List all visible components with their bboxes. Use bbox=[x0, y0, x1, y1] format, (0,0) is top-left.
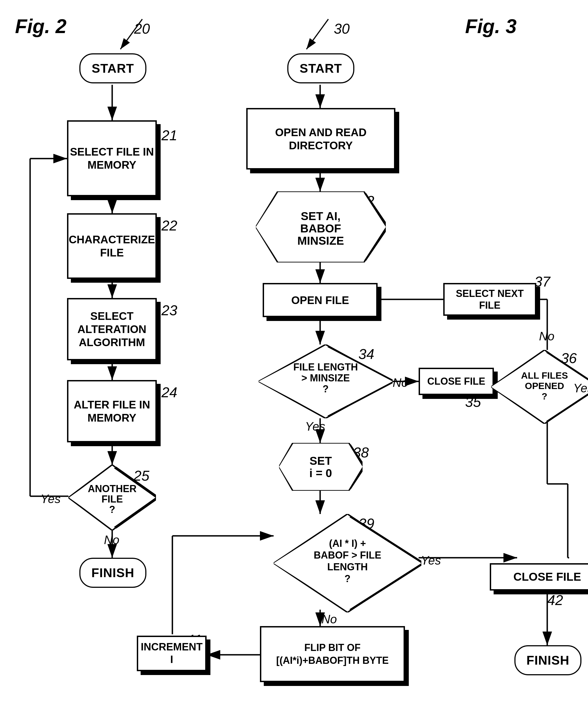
svg-text:(AI * I) +: (AI * I) + bbox=[329, 538, 366, 549]
svg-text:?: ? bbox=[323, 383, 329, 395]
svg-text:?: ? bbox=[109, 504, 115, 515]
svg-text:SET AI,: SET AI, bbox=[301, 210, 340, 223]
no-label-36: No bbox=[539, 330, 554, 343]
yes-label-34: Yes bbox=[305, 420, 325, 433]
characterize-shape: CHARACTERIZE FILE bbox=[67, 213, 157, 279]
svg-text:LENGTH: LENGTH bbox=[327, 561, 368, 573]
start1-shape: START bbox=[79, 53, 146, 83]
increment-i-shape: INCREMENT I bbox=[137, 636, 207, 671]
yes-label-25: Yes bbox=[41, 492, 60, 506]
svg-text:OPENED: OPENED bbox=[525, 380, 564, 391]
select-alg-shape: SELECT ALTERATION ALGORITHM bbox=[67, 298, 157, 360]
select-file-shape: SELECT FILE IN MEMORY bbox=[67, 120, 157, 196]
set-ai-shape: SET AI, BABOF MINSIZE bbox=[256, 191, 386, 262]
yes-label-36: Yes bbox=[573, 382, 588, 395]
svg-text:FILE LENGTH: FILE LENGTH bbox=[293, 361, 358, 373]
set-i-shape: SET i = 0 bbox=[279, 443, 363, 491]
svg-line-68 bbox=[120, 19, 142, 49]
close-file42-shape: CLOSE FILE bbox=[490, 563, 588, 591]
ai-babof-diamond: (AI * I) + BABOF > FILE LENGTH ? bbox=[274, 514, 421, 612]
ref22: 22 bbox=[161, 217, 177, 234]
svg-text:BABOF > FILE: BABOF > FILE bbox=[314, 549, 381, 561]
finish1-shape: FINISH bbox=[79, 558, 146, 588]
page-container: Fig. 2 Fig. 3 20 30 START 21 SELECT FILE… bbox=[0, 0, 588, 704]
svg-text:?: ? bbox=[542, 391, 547, 401]
fig3-label: Fig. 3 bbox=[465, 15, 517, 38]
ref37: 37 bbox=[534, 274, 550, 290]
flip-bit-shape: FLIP BIT OF [(AI*i)+BABOF]TH BYTE bbox=[260, 626, 405, 682]
finish2-shape: FINISH bbox=[515, 645, 581, 675]
svg-line-69 bbox=[307, 19, 328, 49]
no-label-39: No bbox=[321, 612, 337, 626]
svg-text:> MINSIZE: > MINSIZE bbox=[301, 372, 350, 384]
open-read-shape: OPEN AND READ DIRECTORY bbox=[246, 108, 395, 170]
ref42: 42 bbox=[547, 592, 563, 608]
ref30-arrow bbox=[301, 16, 336, 55]
alter-file-shape: ALTER FILE IN MEMORY bbox=[67, 380, 157, 443]
select-next-shape: SELECT NEXT FILE bbox=[443, 283, 536, 316]
fig2-label: Fig. 2 bbox=[15, 15, 66, 38]
start2-shape: START bbox=[287, 53, 354, 83]
file-length-diamond: FILE LENGTH > MINSIZE ? bbox=[259, 345, 393, 418]
close-file35-shape: CLOSE FILE bbox=[419, 368, 494, 395]
svg-text:SET: SET bbox=[310, 454, 332, 467]
ref23: 23 bbox=[161, 302, 177, 318]
svg-text:ANOTHER: ANOTHER bbox=[88, 483, 137, 494]
svg-text:BABOF: BABOF bbox=[300, 222, 341, 235]
svg-text:i = 0: i = 0 bbox=[310, 467, 332, 479]
ref21: 21 bbox=[161, 127, 177, 143]
ref35: 35 bbox=[465, 394, 481, 410]
another-file-diamond: ANOTHER FILE ? bbox=[68, 465, 156, 530]
ref20-arrow bbox=[115, 16, 151, 55]
open-file-shape: OPEN FILE bbox=[263, 283, 378, 317]
no-label-25: No bbox=[104, 533, 119, 547]
ref24: 24 bbox=[161, 384, 177, 401]
svg-text:?: ? bbox=[344, 573, 351, 584]
no-label-34: No bbox=[393, 376, 408, 390]
svg-text:FILE: FILE bbox=[102, 493, 123, 505]
yes-label-39: Yes bbox=[421, 553, 441, 567]
svg-text:ALL FILES: ALL FILES bbox=[521, 370, 568, 380]
svg-text:MINSIZE: MINSIZE bbox=[298, 234, 344, 247]
